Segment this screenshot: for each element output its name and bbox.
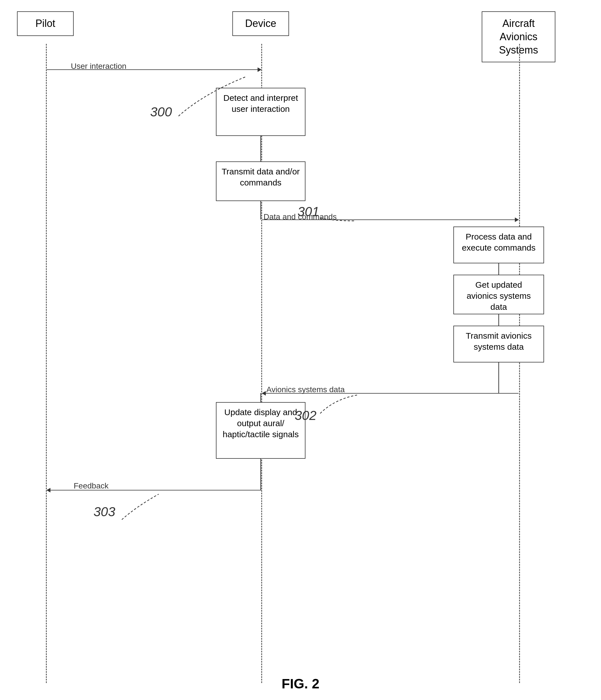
process-box-p3: Process data and execute commands [453,227,544,264]
process-box-p5: Transmit avionics systems data [453,326,544,362]
ref-label-r301: 301 [297,204,319,219]
lifeline-avionics [519,44,520,683]
actor-avionics: Aircraft Avionics Systems [482,11,555,62]
curve-302 [320,395,357,414]
ref-label-r300: 300 [150,104,172,120]
process-box-p2: Transmit data and/or commands [216,161,306,201]
arrow-label-a3: Avionics systems data [266,385,345,394]
lifeline-device [261,44,262,683]
figure-caption: FIG. 2 [282,676,319,692]
actor-pilot: Pilot [17,11,74,36]
curve-303 [122,494,159,520]
arrow-label-a4: Feedback [74,481,109,491]
arrow-label-a1: User interaction [71,62,126,71]
process-box-p4: Get updated avionics systems data [453,275,544,314]
ref-label-r302: 302 [295,408,316,423]
actor-device: Device [232,11,289,36]
process-box-p1: Detect and interpret user interaction [216,88,306,136]
process-box-p6: Update display and output aural/ haptic/… [216,402,306,459]
lifeline-pilot [46,44,47,683]
ref-label-r303: 303 [94,504,115,519]
